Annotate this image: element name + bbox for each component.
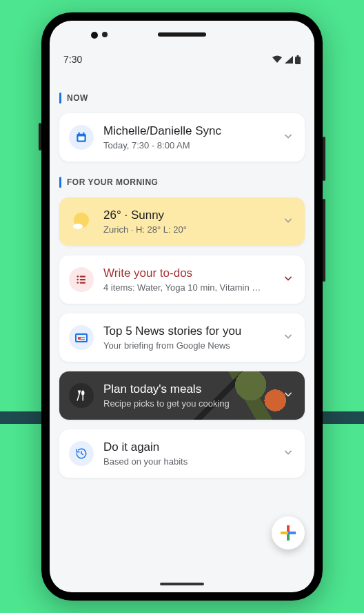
earpiece-speaker — [158, 32, 206, 37]
svg-rect-5 — [83, 133, 84, 135]
screen: 7:30 NOW Michelle/Danielle Sync Today, 7… — [50, 21, 314, 592]
section-morning: FOR YOUR MORNING — [59, 177, 305, 188]
svg-point-7 — [73, 224, 83, 229]
again-title: Do it again — [103, 440, 272, 454]
svg-rect-1 — [297, 55, 299, 57]
news-card[interactable]: Top 5 News stories for you Your briefing… — [59, 313, 305, 362]
svg-rect-0 — [295, 57, 301, 64]
todos-title: Write your to-dos — [103, 266, 272, 280]
svg-rect-4 — [79, 133, 80, 135]
news-title: Top 5 News stories for you — [103, 324, 272, 338]
chevron-down-icon[interactable] — [281, 329, 295, 346]
section-accent-bar — [59, 93, 61, 104]
weather-card[interactable]: 26° · Sunny Zurich · H: 28° L: 20° — [59, 197, 305, 246]
battery-icon — [295, 55, 301, 64]
section-now: NOW — [59, 93, 305, 104]
status-bar: 7:30 — [50, 48, 314, 69]
utensils-icon — [69, 383, 94, 408]
meals-subtitle: Recipe picks to get you cooking — [103, 398, 272, 409]
svg-point-8 — [77, 275, 79, 278]
weather-title: 26° · Sunny — [103, 208, 272, 222]
event-subtitle: Today, 7:30 - 8:00 AM — [103, 140, 272, 150]
weather-subtitle: Zurich · H: 28° L: 20° — [103, 224, 272, 235]
fab-add-button[interactable] — [272, 516, 305, 549]
section-accent-bar — [59, 177, 61, 188]
meals-title: Plan today's meals — [103, 382, 272, 396]
event-title: Michelle/Danielle Sync — [103, 124, 272, 138]
chevron-down-icon[interactable] — [281, 213, 295, 230]
calendar-icon — [69, 125, 94, 150]
chevron-down-icon[interactable] — [281, 387, 295, 404]
list-icon — [69, 267, 94, 292]
svg-point-12 — [77, 282, 79, 284]
front-camera — [91, 32, 98, 39]
meals-card[interactable]: Plan today's meals Recipe picks to get y… — [59, 371, 305, 420]
feed-content: NOW Michelle/Danielle Sync Today, 7:30 -… — [50, 69, 314, 592]
section-label-text: FOR YOUR MORNING — [67, 177, 158, 187]
todos-subtitle: 4 items: Water, Yoga 10 min, Vitamin … — [103, 282, 272, 293]
wifi-icon — [272, 55, 283, 64]
side-button-left — [39, 123, 41, 150]
sun-icon — [69, 209, 94, 234]
volume-button — [323, 199, 325, 282]
svg-point-10 — [77, 279, 79, 281]
history-icon — [69, 441, 94, 466]
power-button — [323, 137, 325, 181]
section-label-text: NOW — [67, 93, 88, 103]
plus-icon — [281, 525, 296, 541]
nav-handle[interactable] — [160, 583, 204, 585]
svg-rect-11 — [80, 279, 85, 280]
front-sensor — [102, 32, 108, 37]
svg-rect-13 — [80, 282, 85, 283]
status-time: 7:30 — [63, 54, 82, 65]
svg-rect-3 — [79, 137, 85, 141]
news-icon — [69, 325, 94, 350]
again-card[interactable]: Do it again Based on your habits — [59, 429, 305, 478]
chevron-down-icon[interactable] — [281, 129, 295, 146]
news-subtitle: Your briefing from Google News — [103, 340, 272, 351]
todos-card[interactable]: Write your to-dos 4 items: Water, Yoga 1… — [59, 255, 305, 304]
signal-icon — [284, 55, 294, 64]
chevron-down-icon[interactable] — [281, 445, 295, 462]
svg-rect-9 — [80, 275, 85, 277]
again-subtitle: Based on your habits — [103, 456, 272, 467]
event-card[interactable]: Michelle/Danielle Sync Today, 7:30 - 8:0… — [59, 113, 305, 162]
chevron-down-icon[interactable] — [281, 271, 295, 288]
phone-frame: 7:30 NOW Michelle/Danielle Sync Today, 7… — [41, 12, 323, 601]
notch-area — [50, 21, 314, 48]
